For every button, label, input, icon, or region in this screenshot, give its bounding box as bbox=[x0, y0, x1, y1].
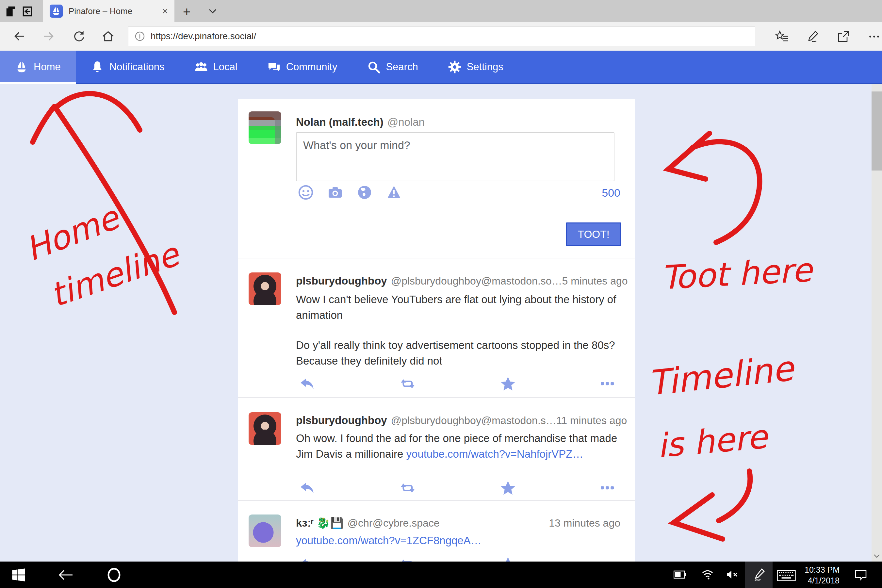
post-more-icon[interactable] bbox=[601, 376, 614, 392]
nav-item-home[interactable]: Home bbox=[0, 51, 76, 83]
touch-keyboard-icon[interactable] bbox=[776, 570, 796, 581]
scroll-down-icon[interactable] bbox=[873, 554, 880, 558]
back-icon[interactable] bbox=[12, 29, 26, 43]
emoji-icon[interactable] bbox=[298, 184, 314, 200]
boost-icon[interactable] bbox=[400, 556, 416, 561]
nav-item-community[interactable]: Community bbox=[252, 51, 352, 83]
nav-item-local[interactable]: Local bbox=[180, 51, 252, 83]
post-content: youtube.com/watch?v=1ZCF8ngqeA… bbox=[296, 533, 621, 549]
char-count: 500 bbox=[602, 186, 620, 199]
nav-label: Search bbox=[386, 61, 418, 73]
post-handle: @plsburydoughboy@mastodon.s… bbox=[391, 414, 556, 427]
reply-icon[interactable] bbox=[299, 376, 315, 392]
post-paragraph: Do y'all really think toy advertisement … bbox=[296, 338, 621, 369]
share-icon[interactable] bbox=[836, 29, 850, 44]
set-tabs-aside-icon[interactable] bbox=[4, 5, 17, 18]
address-bar[interactable]: https://dev.pinafore.social/ bbox=[128, 27, 755, 46]
nav-item-settings[interactable]: Settings bbox=[433, 51, 518, 83]
favorite-star-icon[interactable] bbox=[500, 556, 516, 561]
timeline-card: Nolan (malf.tech) @nolan bbox=[238, 99, 635, 561]
start-button-icon[interactable] bbox=[12, 568, 26, 582]
web-note-pen-icon[interactable] bbox=[806, 29, 820, 44]
forward-icon[interactable] bbox=[42, 29, 56, 43]
boost-icon[interactable] bbox=[400, 376, 416, 392]
scrollbar-thumb[interactable] bbox=[872, 92, 882, 171]
post-username[interactable]: plsburydoughboy bbox=[296, 275, 387, 287]
nav-label: Local bbox=[213, 61, 237, 73]
action-center-icon[interactable] bbox=[854, 569, 868, 582]
post-paragraph: Wow I can't believe YouTubers are flat o… bbox=[296, 292, 621, 323]
post-username[interactable]: kɜːʳ 🐉💾 bbox=[296, 516, 344, 529]
refresh-icon[interactable] bbox=[72, 29, 86, 43]
favorite-star-icon[interactable] bbox=[500, 480, 516, 496]
home-icon[interactable] bbox=[101, 29, 115, 43]
content-warning-icon[interactable] bbox=[386, 184, 402, 200]
post-link[interactable]: youtube.com/watch?v=NahfojrVPZ… bbox=[406, 448, 583, 460]
site-info-icon[interactable] bbox=[134, 31, 146, 42]
nav-item-notifications[interactable]: Notifications bbox=[76, 51, 180, 83]
post-more-icon[interactable] bbox=[601, 556, 614, 561]
post-content: Oh wow. I found the ad for the one piece… bbox=[296, 430, 621, 462]
display-name[interactable]: Nolan (malf.tech) bbox=[296, 116, 384, 128]
tab-preview-chevron-icon[interactable] bbox=[207, 7, 218, 15]
battery-icon[interactable] bbox=[674, 570, 687, 579]
gear-icon bbox=[448, 60, 461, 74]
post-timestamp[interactable]: 11 minutes ago bbox=[556, 414, 627, 427]
nav-active-underline bbox=[0, 82, 76, 84]
screen: Pinafore – Home × + https://de bbox=[0, 0, 882, 588]
user-handle: @nolan bbox=[387, 116, 424, 128]
nav-label: Notifications bbox=[110, 61, 165, 73]
post-header: kɜːʳ 🐉💾 @chr@cybre.space 13 minutes ago bbox=[296, 516, 620, 529]
scrollbar[interactable] bbox=[872, 84, 882, 561]
restore-tabs-icon[interactable] bbox=[21, 5, 33, 18]
pen-icon[interactable] bbox=[752, 567, 766, 582]
taskbar: 10:33 PM 4/1/2018 bbox=[0, 561, 882, 588]
avatar[interactable] bbox=[249, 111, 281, 144]
avatar[interactable] bbox=[249, 273, 281, 305]
divider bbox=[238, 258, 635, 258]
boost-icon[interactable] bbox=[400, 480, 416, 496]
nav-label: Settings bbox=[467, 61, 503, 73]
post-handle: @plsburydoughboy@mastodon.so… bbox=[391, 275, 562, 287]
post-actions bbox=[299, 375, 614, 392]
post-timestamp[interactable]: 5 minutes ago bbox=[562, 275, 628, 287]
post-actions bbox=[299, 480, 614, 496]
favorite-star-icon[interactable] bbox=[500, 376, 516, 392]
camera-icon[interactable] bbox=[327, 184, 343, 200]
tab-title: Pinafore – Home bbox=[69, 6, 158, 16]
post-link[interactable]: youtube.com/watch?v=1ZCF8ngqeA… bbox=[296, 534, 482, 546]
favorites-hub-icon[interactable] bbox=[775, 29, 789, 44]
globe-icon[interactable] bbox=[357, 184, 372, 200]
compose-toolbar bbox=[298, 184, 402, 200]
toot-button[interactable]: TOOT! bbox=[566, 222, 621, 246]
post-more-icon[interactable] bbox=[601, 480, 614, 496]
pinafore-page: Nolan (malf.tech) @nolan bbox=[0, 84, 882, 561]
avatar[interactable] bbox=[249, 412, 281, 445]
clock-date: 4/1/2018 bbox=[801, 575, 840, 586]
divider bbox=[238, 397, 635, 398]
compose-input[interactable] bbox=[296, 132, 615, 181]
post-header: plsburydoughboy @plsburydoughboy@mastodo… bbox=[296, 414, 620, 427]
nav-item-search[interactable]: Search bbox=[352, 51, 433, 83]
reply-icon[interactable] bbox=[299, 480, 315, 496]
tab-close-icon[interactable]: × bbox=[162, 6, 168, 16]
taskbar-back-icon[interactable] bbox=[57, 569, 74, 581]
pen-workspace-cell[interactable] bbox=[745, 561, 772, 588]
avatar[interactable] bbox=[249, 514, 281, 547]
post-timestamp[interactable]: 13 minutes ago bbox=[549, 517, 620, 529]
nav-label: Home bbox=[34, 61, 61, 73]
wifi-icon[interactable] bbox=[701, 569, 714, 580]
post-username[interactable]: plsburydoughboy bbox=[296, 414, 387, 427]
reply-icon[interactable] bbox=[299, 556, 315, 561]
more-menu-icon[interactable] bbox=[867, 29, 881, 44]
cortana-icon[interactable] bbox=[106, 567, 122, 583]
browser-tab[interactable]: Pinafore – Home × bbox=[43, 0, 174, 22]
new-tab-button[interactable]: + bbox=[183, 4, 190, 19]
volume-muted-icon[interactable] bbox=[726, 569, 740, 580]
url-text[interactable]: https://dev.pinafore.social/ bbox=[151, 31, 256, 42]
post-content: Wow I can't believe YouTubers are flat o… bbox=[296, 292, 621, 369]
post-handle: @chr@cybre.space bbox=[348, 517, 440, 529]
divider bbox=[238, 500, 635, 501]
taskbar-clock[interactable]: 10:33 PM 4/1/2018 bbox=[801, 564, 840, 586]
browser-tab-strip: Pinafore – Home × + bbox=[0, 0, 882, 22]
